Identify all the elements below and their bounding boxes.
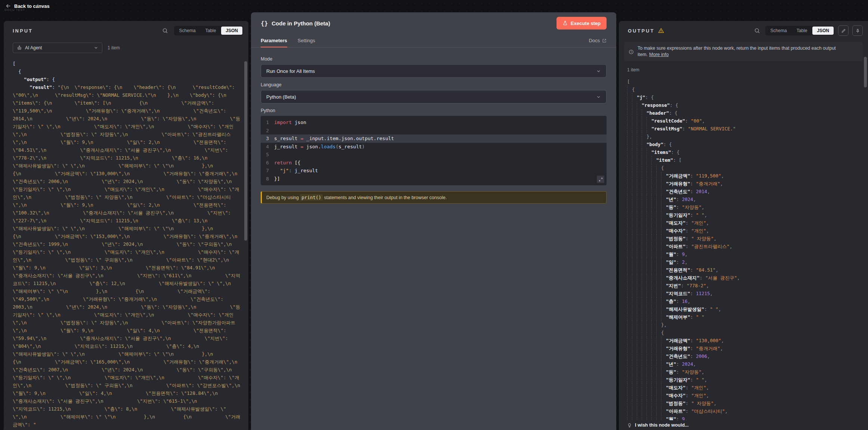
tab-output-json[interactable]: JSON: [812, 27, 834, 35]
tree-value: "광진트라팰리스": [691, 242, 730, 250]
tree-row: "해제여부": " ": [627, 313, 861, 321]
indent-guide: [656, 274, 661, 282]
indent-guide: [656, 242, 661, 250]
tree-key: "j": [637, 93, 645, 101]
json-string-value: "{\n \"response\": {\n \"header\": {\n \…: [13, 84, 241, 427]
tab-output-table[interactable]: Table: [792, 27, 812, 35]
indent-guide: [651, 203, 656, 211]
indent-guide: [632, 164, 637, 172]
node-header: {} Code in Python (Beta) Execute step: [251, 12, 616, 34]
indent-guide: [651, 329, 656, 337]
indent-guide: [627, 93, 632, 101]
line-number: 8: [261, 175, 274, 183]
mode-select[interactable]: Run Once for All Items: [261, 64, 607, 78]
indent-guide: [642, 219, 647, 227]
indent-guide: [647, 203, 651, 211]
more-info-link[interactable]: More info: [649, 52, 669, 57]
indent-guide: [637, 109, 642, 117]
tree-row: "년": 2024,: [627, 195, 861, 203]
indent-guide: [632, 172, 637, 180]
tree-row: "법정동": " 자양동",: [627, 399, 861, 407]
indent-guide: [651, 337, 656, 344]
input-subheader: AI Agent 1 item: [4, 40, 248, 55]
indent-guide: [656, 415, 661, 420]
indent-guide: [647, 384, 651, 392]
tree-row: "월": 9,: [627, 250, 861, 258]
indent-guide: [632, 407, 637, 415]
tree-row: "아파트": "더샵스타시티",: [627, 407, 861, 415]
tab-settings[interactable]: Settings: [298, 34, 315, 47]
indent-guide: [642, 360, 647, 368]
docs-link[interactable]: Docs: [589, 38, 607, 43]
indent-guide: [656, 368, 661, 376]
tab-input-table[interactable]: Table: [201, 27, 221, 35]
indent-guide: [642, 337, 647, 344]
input-panel: INPUT Schema Table JSON AI Agent 1 item …: [4, 21, 248, 430]
indent-guide: [632, 93, 637, 101]
tree-value: "00": [691, 117, 702, 125]
tab-input-json[interactable]: JSON: [221, 27, 242, 35]
pin-data-button[interactable]: [852, 25, 863, 36]
search-icon[interactable]: [754, 28, 760, 34]
tree-bracket: {: [661, 164, 664, 172]
tab-output-schema[interactable]: Schema: [766, 27, 791, 35]
indent-guide: [651, 376, 656, 384]
indent-guide: [651, 258, 656, 266]
tree-key: "매도자": [666, 384, 686, 392]
expand-editor-icon[interactable]: [597, 176, 604, 183]
indent-guide: [661, 290, 666, 297]
input-scrollbar[interactable]: [244, 61, 247, 241]
indent-guide: [632, 337, 637, 344]
indent-guide: [627, 352, 632, 360]
indent-guide: [632, 101, 637, 109]
tree-row: "j": {: [627, 93, 861, 101]
tree-key: "body": [647, 140, 663, 148]
indent-guide: [661, 352, 666, 360]
tree-row: "등기일자": " ",: [627, 211, 861, 219]
indent-guide: [642, 180, 647, 188]
execute-step-button[interactable]: Execute step: [557, 17, 607, 30]
indent-guide: [632, 235, 637, 242]
node-feedback-bar[interactable]: I wish this node would...: [619, 420, 868, 430]
indent-guide: [647, 211, 651, 219]
indent-guide: [642, 250, 647, 258]
search-icon[interactable]: [162, 28, 168, 34]
canvas-add-button[interactable]: +: [36, 2, 40, 10]
indent-guide: [661, 266, 666, 274]
input-source-select[interactable]: AI Agent: [13, 43, 102, 53]
indent-guide: [651, 368, 656, 376]
tree-row: "item": [: [627, 156, 861, 164]
indent-guide: [642, 117, 647, 125]
indent-guide: [627, 109, 632, 117]
indent-guide: [637, 219, 642, 227]
indent-guide: [627, 290, 632, 297]
indent-guide: [627, 227, 632, 235]
indent-guide: [637, 148, 642, 156]
code-text: }]: [274, 175, 280, 183]
indent-guide: [632, 392, 637, 399]
tree-row: "일": 2,: [627, 258, 861, 266]
code-editor[interactable]: 1import json23s_result = _input.item.jso…: [261, 116, 607, 185]
indent-guide: [651, 172, 656, 180]
indent-guide: [642, 297, 647, 305]
indent-guide: [656, 219, 661, 227]
indent-guide: [647, 344, 651, 352]
tab-parameters[interactable]: Parameters: [261, 34, 287, 47]
language-select[interactable]: Python (Beta): [261, 90, 607, 103]
indent-guide: [647, 407, 651, 415]
indent-guide: [637, 211, 642, 219]
indent-guide: [642, 266, 647, 274]
back-to-canvas-button[interactable]: Back to canvas: [5, 3, 50, 9]
edit-output-button[interactable]: [838, 25, 849, 36]
indent-guide: [637, 352, 642, 360]
indent-guide: [656, 360, 661, 368]
indent-guide: [651, 156, 656, 164]
output-scrollbar[interactable]: [864, 57, 867, 87]
indent-guide: [632, 180, 637, 188]
chevron-down-icon: [596, 95, 601, 99]
tab-input-schema[interactable]: Schema: [175, 27, 200, 35]
indent-guide: [627, 203, 632, 211]
indent-guide: [627, 329, 632, 337]
indent-guide: [637, 227, 642, 235]
tree-row: {: [627, 86, 861, 93]
